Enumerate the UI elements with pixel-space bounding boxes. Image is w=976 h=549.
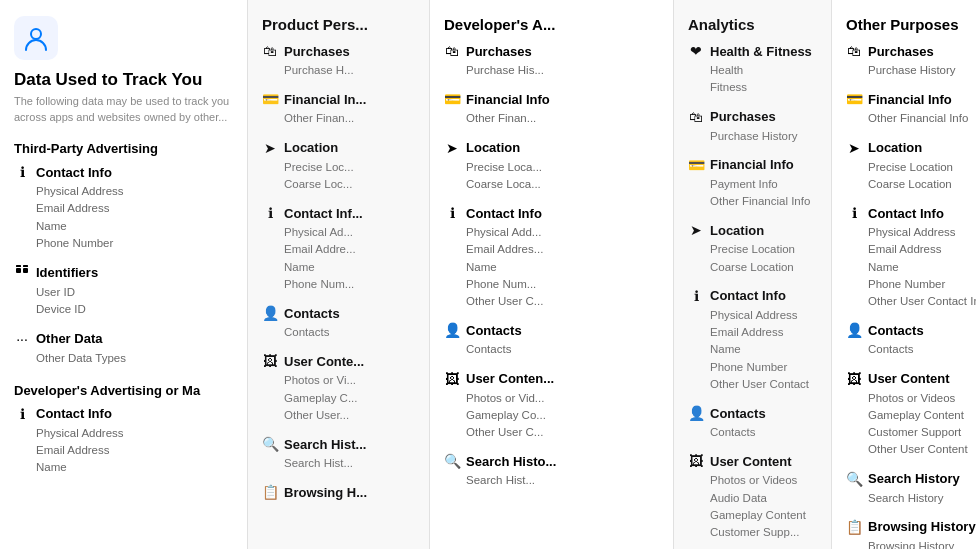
panel-title: Product Pers... (262, 16, 415, 33)
cat-title: Location (710, 223, 764, 238)
cat-title: Contacts (868, 323, 924, 338)
sub-item: Health (710, 62, 817, 79)
op-contact: ℹ Contact Info Physical Address Email Ad… (846, 205, 976, 310)
sub-item: Gameplay Content (710, 507, 817, 524)
sub-item: Name (36, 459, 233, 476)
third-party-heading: Third-Party Advertising (14, 141, 233, 156)
sub-items-2: Physical Address Email Address Name (36, 425, 233, 477)
sub-item: Precise Loc... (284, 159, 415, 176)
sub-item: Contacts (710, 424, 817, 441)
sub-item: Customer Support (868, 424, 976, 441)
pp-browsing: 📋 Browsing H... (262, 484, 415, 500)
developers-panel: Developer's A... 🛍 Purchases Purchase Hi… (430, 0, 674, 549)
pp-user-content: 🖼 User Conte... Photos or Vi... Gameplay… (262, 353, 415, 424)
sub-item: Purchase H... (284, 62, 415, 79)
other-purposes-panel: Other Purposes 🛍 Purchases Purchase Hist… (832, 0, 976, 549)
sub-item: Physical Add... (466, 224, 659, 241)
op-search: 🔍 Search History Search History (846, 471, 976, 507)
cat-title: User Content (868, 371, 950, 386)
identifiers-icon (14, 264, 30, 281)
cat-title: Purchases (284, 44, 350, 59)
panel-title: Analytics (688, 16, 817, 33)
app-header (14, 16, 233, 60)
pp-search: 🔍 Search Hist... Search Hist... (262, 436, 415, 472)
op-purchases: 🛍 Purchases Purchase History (846, 43, 976, 79)
sub-item: Email Addre... (284, 241, 415, 258)
sub-item: Photos or Videos (710, 472, 817, 489)
cat-title: User Conte... (284, 354, 364, 369)
cat-title: Purchases (466, 44, 532, 59)
user-content-icon: 🖼 (688, 453, 704, 469)
info-icon: ℹ (14, 164, 30, 180)
cat-title: Contact Info (710, 288, 786, 303)
info-icon: ℹ (846, 205, 862, 221)
page-subtitle: The following data may be used to track … (14, 94, 233, 125)
sub-item: Phone Num... (284, 276, 415, 293)
app-icon (14, 16, 58, 60)
dev-advertising-heading: Developer's Advertising or Ma (14, 383, 233, 398)
first-panel: Data Used to Track You The following dat… (0, 0, 248, 549)
location-icon: ➤ (846, 140, 862, 156)
sub-item: Physical Address (36, 183, 233, 200)
sub-item: Search Hist... (466, 472, 659, 489)
svg-rect-4 (23, 265, 28, 267)
op-user-content: 🖼 User Content Photos or Videos Gameplay… (846, 371, 976, 459)
cat-title: Financial Info (868, 92, 952, 107)
pp-contacts: 👤 Contacts Contacts (262, 305, 415, 341)
sub-item: Customer Supp... (710, 524, 817, 541)
sub-item: Purchase History (868, 62, 976, 79)
cat-title: Contact Info (466, 206, 542, 221)
da-contacts: 👤 Contacts Contacts (444, 322, 659, 358)
contacts-icon: 👤 (688, 405, 704, 421)
user-content-icon: 🖼 (846, 371, 862, 387)
category-identifiers: Identifiers User ID Device ID (14, 264, 233, 319)
sub-item: Other Data Types (36, 350, 233, 367)
financial-icon: 💳 (846, 91, 862, 107)
sub-item: Coarse Location (868, 176, 976, 193)
cat-title: Financial In... (284, 92, 366, 107)
sub-item: Other Finan... (466, 110, 659, 127)
category-contact-info: ℹ Contact Info Physical Address Email Ad… (14, 164, 233, 252)
sub-item: Precise Location (710, 241, 817, 258)
purchases-icon: 🛍 (444, 43, 460, 59)
sub-item: Browsing History (868, 538, 976, 549)
sub-item: Photos or Vi... (284, 372, 415, 389)
sub-item: Email Address (868, 241, 976, 258)
contacts-icon: 👤 (846, 322, 862, 338)
user-content-icon: 🖼 (262, 353, 278, 369)
location-icon: ➤ (688, 222, 704, 238)
an-location: ➤ Location Precise Location Coarse Locat… (688, 222, 817, 276)
user-content-icon: 🖼 (444, 371, 460, 387)
da-search: 🔍 Search Histo... Search Hist... (444, 453, 659, 489)
sub-item: Other Financial Info (868, 110, 976, 127)
svg-rect-2 (23, 268, 28, 273)
cat-title: Contacts (466, 323, 522, 338)
sub-item: Gameplay Co... (466, 407, 659, 424)
sub-item: Other User C... (466, 293, 659, 310)
cat-title: Contact Inf... (284, 206, 363, 221)
page-title: Data Used to Track You (14, 70, 233, 90)
sub-item: Name (868, 259, 976, 276)
pp-contact: ℹ Contact Inf... Physical Ad... Email Ad… (262, 205, 415, 293)
sub-items: User ID Device ID (36, 284, 233, 319)
category-title-2: Contact Info (36, 406, 112, 421)
cat-title: Search Hist... (284, 437, 366, 452)
sub-item: Other User Contact Info (868, 293, 976, 310)
sub-item: Phone Number (710, 359, 817, 376)
cat-title: User Conten... (466, 371, 554, 386)
purchases-icon: 🛍 (688, 109, 704, 125)
sub-item: Physical Address (868, 224, 976, 241)
browsing-icon: 📋 (846, 519, 862, 535)
category-contact-info-2: ℹ Contact Info Physical Address Email Ad… (14, 406, 233, 477)
pp-location: ➤ Location Precise Loc... Coarse Loc... (262, 140, 415, 194)
cat-title: Browsing History (868, 519, 976, 534)
cat-title: Purchases (868, 44, 934, 59)
sub-item: Purchase History (710, 128, 817, 145)
info-icon-2: ℹ (14, 406, 30, 422)
sub-item: Physical Address (710, 307, 817, 324)
da-user-content: 🖼 User Conten... Photos or Vid... Gamepl… (444, 371, 659, 442)
sub-item: Other User... (284, 407, 415, 424)
da-location: ➤ Location Precise Loca... Coarse Loca..… (444, 140, 659, 194)
sub-item: Search History (868, 490, 976, 507)
sub-item: Fitness (710, 79, 817, 96)
